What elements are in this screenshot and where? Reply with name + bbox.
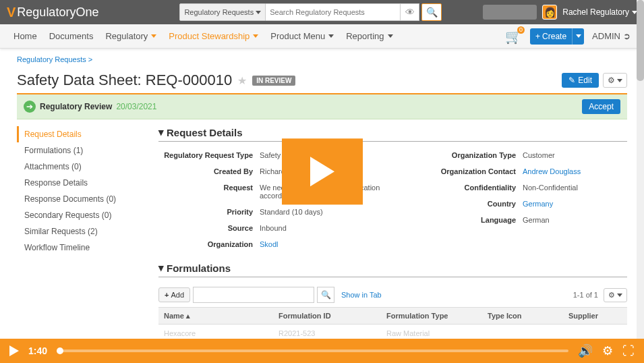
search-input[interactable] [266, 3, 401, 21]
sidebar-item-workflow-timeline[interactable]: Workflow Timeline [17, 240, 138, 256]
detail-label: Country [421, 200, 523, 208]
scrollbar[interactable] [637, 0, 644, 339]
edit-button[interactable]: ✎Edit [562, 73, 599, 88]
nav-documents[interactable]: Documents [49, 31, 94, 41]
pencil-icon: ✎ [568, 76, 575, 85]
detail-row: ConfidentialityNon-Confidential [421, 184, 581, 192]
caret-down-icon: ▾ [158, 126, 164, 138]
sidebar-item-attachments[interactable]: Attachments (0) [17, 159, 138, 175]
sidebar-item-similar-requests[interactable]: Similar Requests (2) [17, 223, 138, 240]
detail-value[interactable]: Skodl [260, 240, 279, 248]
detail-value: Standard (10 days) [260, 208, 323, 216]
admin-link[interactable]: ADMIN➲ [592, 31, 631, 41]
formulations-search-button[interactable]: 🔍 [317, 287, 334, 303]
section-nav: Request Details Formulations (1) Attachm… [17, 126, 138, 342]
plus-icon: + [535, 32, 540, 41]
chevron-down-icon [617, 79, 622, 82]
pager-text: 1-1 of 1 [573, 291, 598, 299]
page-title: Safety Data Sheet: REQ-000010 [17, 72, 232, 89]
detail-value: Customer [523, 151, 555, 159]
nav-product-stewardship[interactable]: Product Stewardship [169, 31, 258, 41]
cart-icon[interactable]: 🛒0 [505, 28, 522, 45]
search-button[interactable]: 🔍 [421, 3, 442, 21]
detail-label: Created By [158, 167, 260, 175]
seek-handle[interactable] [57, 347, 63, 354]
sidebar-item-response-details[interactable]: Response Details [17, 175, 138, 191]
detail-row: CountryGermany [421, 200, 581, 208]
create-button[interactable]: +Create [530, 28, 584, 45]
nav-reporting[interactable]: Reporting [346, 31, 392, 41]
detail-row: OrganizationSkodl [158, 240, 394, 248]
detail-label: Confidentiality [421, 184, 523, 192]
chevron-down-icon [328, 34, 334, 38]
accept-button[interactable]: Accept [582, 99, 620, 114]
workflow-date: 20/03/2021 [116, 102, 156, 111]
play-button[interactable] [9, 345, 19, 356]
user-menu[interactable]: Rachel Regulatory [562, 7, 637, 17]
volume-icon[interactable]: 🔊 [578, 343, 593, 358]
detail-label: Organization Type [421, 151, 523, 159]
seek-bar[interactable] [57, 350, 568, 352]
chevron-down-icon [253, 34, 258, 38]
star-icon[interactable]: ★ [237, 74, 247, 87]
app-logo: V RegulatoryOne [7, 5, 98, 20]
actions-menu[interactable]: ⚙ [603, 73, 627, 88]
caret-down-icon: ▾ [158, 262, 164, 274]
sidebar-item-formulations[interactable]: Formulations (1) [17, 142, 138, 159]
detail-value[interactable]: Andrew Douglass [523, 167, 581, 175]
settings-icon[interactable]: ⚙ [602, 343, 613, 358]
th-formulation-type[interactable]: Formulation Type [381, 312, 482, 320]
logo-text: RegulatoryOne [17, 5, 98, 20]
gear-icon: ⚙ [608, 291, 615, 300]
visibility-icon[interactable]: 👁 [401, 3, 419, 21]
scroll-thumb[interactable] [637, 0, 644, 81]
arrow-right-circle-icon: ➲ [623, 31, 631, 41]
section-formulations[interactable]: ▾Formulations [158, 262, 627, 274]
formulations-search-input[interactable] [193, 287, 314, 303]
divider [158, 141, 627, 142]
avatar[interactable]: 👩 [542, 5, 557, 20]
nav-product-menu[interactable]: Product Menu [270, 31, 334, 41]
table-settings-menu[interactable]: ⚙ [604, 288, 627, 302]
plus-icon: + [165, 291, 169, 299]
search-scope-select[interactable]: Regulatory Requests [179, 3, 266, 21]
th-formulation-id[interactable]: Formulation ID [273, 312, 381, 320]
sidebar-item-secondary-requests[interactable]: Secondary Requests (0) [17, 207, 138, 223]
create-split[interactable] [572, 28, 584, 45]
detail-row: PriorityStandard (10 days) [158, 208, 394, 216]
redacted-region [483, 5, 537, 20]
sidebar-item-response-documents[interactable]: Response Documents (0) [17, 191, 138, 207]
sidebar-item-request-details[interactable]: Request Details [17, 126, 138, 142]
detail-label: Regulatory Request Type [158, 151, 260, 159]
cart-badge: 0 [517, 26, 525, 34]
video-play-overlay[interactable] [282, 138, 363, 204]
chevron-down-icon [151, 34, 156, 38]
global-search: Regulatory Requests 👁 🔍 [179, 3, 442, 21]
play-icon [310, 157, 334, 186]
detail-row: LanguageGerman [421, 216, 581, 224]
th-name[interactable]: Name ▴ [158, 312, 273, 320]
show-in-tab-link[interactable]: Show in Tab [341, 291, 382, 299]
nav-regulatory[interactable]: Regulatory [105, 31, 156, 41]
detail-value: Non-Confidential [523, 184, 578, 192]
detail-label: Organization Contact [421, 167, 523, 175]
chevron-down-icon [256, 11, 261, 14]
th-type-icon[interactable]: Type Icon [482, 312, 563, 320]
detail-value[interactable]: Germany [523, 200, 553, 208]
th-supplier[interactable]: Supplier [563, 312, 627, 320]
status-badge: IN REVIEW [252, 76, 295, 86]
topbar: V RegulatoryOne Regulatory Requests 👁 🔍 … [0, 0, 644, 24]
breadcrumb[interactable]: Regulatory Requests > [17, 55, 627, 63]
video-controls: 1:40 🔊 ⚙ ⛶ [0, 339, 644, 363]
fullscreen-icon[interactable]: ⛶ [622, 344, 635, 358]
nav-home[interactable]: Home [13, 31, 37, 41]
detail-row: Organization TypeCustomer [421, 151, 581, 159]
detail-label: Organization [158, 240, 260, 248]
table-header: Name ▴ Formulation ID Formulation Type T… [158, 307, 627, 325]
workflow-state: Regulatory Review [40, 102, 112, 111]
detail-row: SourceInbound [158, 224, 394, 232]
detail-label: Priority [158, 208, 260, 216]
main-nav: Home Documents Regulatory Product Stewar… [0, 24, 644, 49]
section-request-details[interactable]: ▾Request Details [158, 126, 627, 138]
add-button[interactable]: +Add [158, 287, 190, 302]
